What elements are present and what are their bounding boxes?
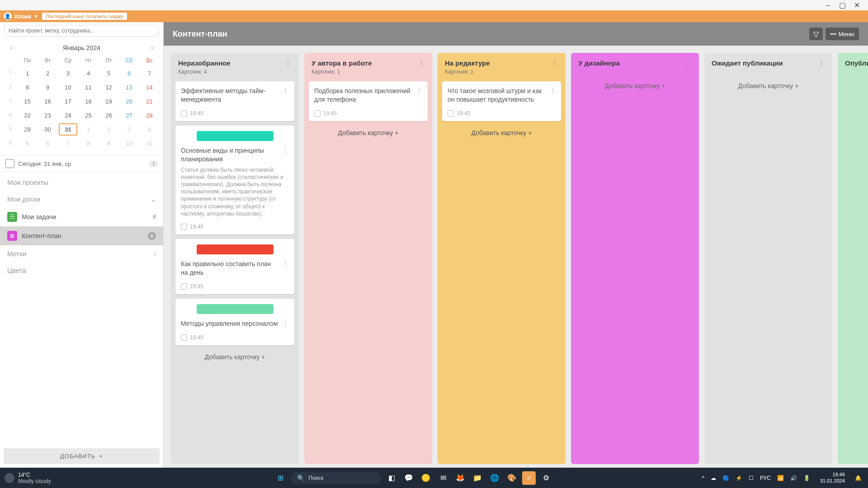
calendar-day[interactable]: 17 <box>58 94 78 108</box>
tray-chevron-icon[interactable]: ^ <box>702 475 704 481</box>
column-menu-icon[interactable]: ⋮ <box>684 59 692 68</box>
calendar-day[interactable]: 10 <box>119 136 139 150</box>
calendar-day[interactable]: 20 <box>119 94 139 108</box>
calendar-day[interactable]: 7 <box>139 66 160 80</box>
explorer-icon[interactable]: 📁 <box>471 471 484 485</box>
calendar-day[interactable]: 6 <box>38 136 58 150</box>
board-card[interactable]: Эффективные методы тайм-менеджмента⋮19:4… <box>175 81 294 121</box>
calendar-day[interactable]: 9 <box>38 80 58 94</box>
today-row[interactable]: Сегодня: 31 янв, ср 1 <box>0 155 163 172</box>
calendar-day[interactable]: 31 <box>58 122 78 136</box>
calendar-day[interactable]: 25 <box>78 108 99 122</box>
section-my-boards[interactable]: Мои доски ⌄ <box>0 191 163 207</box>
taskbar-weather[interactable]: 14°C Mostly cloudy <box>0 472 131 484</box>
column-menu-icon[interactable]: ⋮ <box>418 59 425 68</box>
calendar-day[interactable]: 21 <box>139 94 160 108</box>
calendar-day[interactable]: 7 <box>58 136 78 150</box>
volume-icon[interactable]: 🔊 <box>790 475 797 481</box>
taskbar-search[interactable]: 🔍 Поиск <box>291 472 381 484</box>
start-icon[interactable]: ⊞ <box>274 471 287 485</box>
settings-icon[interactable]: ⚙ <box>539 471 553 485</box>
calendar-day[interactable]: 2 <box>38 66 58 80</box>
wifi-icon[interactable]: 📶 <box>777 475 784 481</box>
calendar-day[interactable]: 19 <box>99 94 119 108</box>
card-menu-icon[interactable]: ⋮ <box>416 87 422 104</box>
card-menu-icon[interactable]: ⋮ <box>283 260 289 277</box>
board-card[interactable]: Подборка полезных приложений для телефон… <box>309 81 428 121</box>
app-icon[interactable]: 💬 <box>402 471 415 485</box>
card-menu-icon[interactable]: ⋮ <box>283 146 289 164</box>
add-card-button[interactable]: Добавить карточку + <box>309 123 428 143</box>
calendar-day[interactable]: 8 <box>17 80 38 94</box>
calendar-day[interactable]: 23 <box>38 108 58 122</box>
calendar-day[interactable]: 4 <box>139 122 160 136</box>
mail-icon[interactable]: ✉ <box>436 471 450 485</box>
calendar-day[interactable]: 26 <box>99 108 119 122</box>
system-tray[interactable]: ^ ☁ 🔵 ⚡ ☐ РУС 📶 🔊 🔋 19:46 31.01.2024 🔔 <box>695 472 868 483</box>
board-menu-button[interactable]: ••• Меню <box>826 28 859 40</box>
calendar-day[interactable]: 3 <box>119 122 139 136</box>
calendar-day[interactable]: 18 <box>78 94 99 108</box>
app3-icon[interactable]: ✓ <box>522 471 536 485</box>
add-card-button[interactable]: Добавить карточку + <box>576 76 694 96</box>
notifications-icon[interactable]: 🔔 <box>855 475 862 481</box>
section-labels[interactable]: Метки ‹ <box>0 245 163 262</box>
section-colors[interactable]: Цвета <box>0 262 163 279</box>
section-my-projects[interactable]: Мои проекты <box>0 172 163 191</box>
calendar-day[interactable]: 30 <box>38 122 58 136</box>
window-close-icon[interactable]: ✕ <box>854 2 860 9</box>
calendar-day[interactable]: 1 <box>78 122 99 136</box>
add-card-button[interactable]: Добавить карточку + <box>175 347 294 367</box>
card-menu-icon[interactable]: ⋮ <box>549 87 556 104</box>
calendar-day[interactable]: 5 <box>99 66 119 80</box>
add-card-button[interactable]: Добавить карточку + <box>709 76 828 96</box>
tray-icon[interactable]: ⚡ <box>736 475 742 481</box>
calendar-day[interactable]: 27 <box>119 108 139 122</box>
calendar-day[interactable]: 8 <box>78 136 99 150</box>
tray-icon[interactable]: ☁ <box>711 475 716 481</box>
calendar-day[interactable]: 15 <box>17 94 38 108</box>
calendar-day[interactable]: 16 <box>38 94 58 108</box>
search-input[interactable] <box>5 25 159 37</box>
calendar-next-icon[interactable]: › <box>151 44 153 52</box>
calendar-day[interactable]: 5 <box>17 136 38 150</box>
calendar-day[interactable]: 12 <box>99 80 119 94</box>
calendar-day[interactable]: 2 <box>99 122 119 136</box>
taskview-icon[interactable]: ◧ <box>385 471 398 485</box>
calendar-day[interactable]: 24 <box>58 108 78 122</box>
chrome-icon[interactable]: 🌐 <box>488 471 501 485</box>
calendar-day[interactable]: 10 <box>58 80 78 94</box>
calendar-day[interactable]: 1 <box>17 66 38 80</box>
calendar-day[interactable]: 14 <box>139 80 160 94</box>
column-menu-icon[interactable]: ⋮ <box>818 59 825 68</box>
battery-icon[interactable]: 🔋 <box>803 475 810 481</box>
add-card-button[interactable]: Добавить карточку + <box>442 123 561 143</box>
add-button[interactable]: ДОБАВИТЬ + <box>4 448 160 464</box>
window-maximize-icon[interactable]: ▢ <box>839 2 845 9</box>
card-menu-icon[interactable]: ⋮ <box>283 87 289 104</box>
calendar-prev-icon[interactable]: ‹ <box>10 44 12 52</box>
user-menu[interactable]: 👤 Юлия ▼ <box>4 12 38 20</box>
board-card[interactable]: Методы управления персоналом⋮19:45 <box>175 299 294 345</box>
window-minimize-icon[interactable]: – <box>825 2 831 9</box>
filter-button[interactable]: ▽ <box>809 28 823 40</box>
firefox-icon[interactable]: 🦊 <box>453 471 467 485</box>
calendar-day[interactable]: 28 <box>139 108 160 122</box>
yandex-icon[interactable]: 🟡 <box>419 471 433 485</box>
calendar-day[interactable]: 13 <box>119 80 139 94</box>
calendar-day[interactable]: 9 <box>99 136 119 150</box>
board-card[interactable]: Как правильно составить план на день⋮19:… <box>175 239 294 294</box>
promo-badge[interactable]: Последний шанс получить скидку <box>42 13 127 20</box>
calendar-day[interactable]: 11 <box>78 80 99 94</box>
column-menu-icon[interactable]: ⋮ <box>551 59 558 68</box>
board-card[interactable]: Что такое мозговой штурм и как он повыша… <box>442 81 561 121</box>
calendar-day[interactable]: 4 <box>78 66 99 80</box>
calendar-day[interactable]: 11 <box>139 136 160 150</box>
sidebar-item-content-plan[interactable]: ⊞ Контент-план 6 <box>0 226 163 245</box>
calendar-day[interactable]: 29 <box>17 122 38 136</box>
taskbar-clock[interactable]: 19:46 31.01.2024 <box>816 472 849 483</box>
column-menu-icon[interactable]: ⋮ <box>284 59 292 68</box>
add-card-button[interactable]: Добавить карточку + <box>842 76 868 96</box>
calendar-day[interactable]: 3 <box>58 66 78 80</box>
calendar-day[interactable]: 6 <box>119 66 139 80</box>
